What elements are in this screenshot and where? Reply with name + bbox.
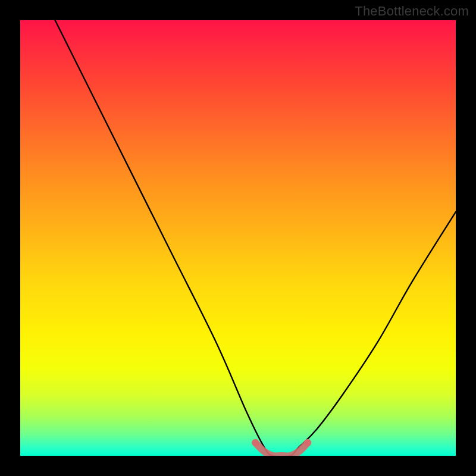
highlight-dot-left: [252, 439, 259, 446]
plot-area: [20, 20, 456, 456]
chart-frame: TheBottleneck.com: [0, 0, 476, 476]
highlight-dot-right: [304, 439, 311, 446]
bottleneck-curve: [55, 20, 456, 456]
watermark-text: TheBottleneck.com: [355, 4, 469, 19]
bottleneck-curve-svg: [20, 20, 456, 456]
